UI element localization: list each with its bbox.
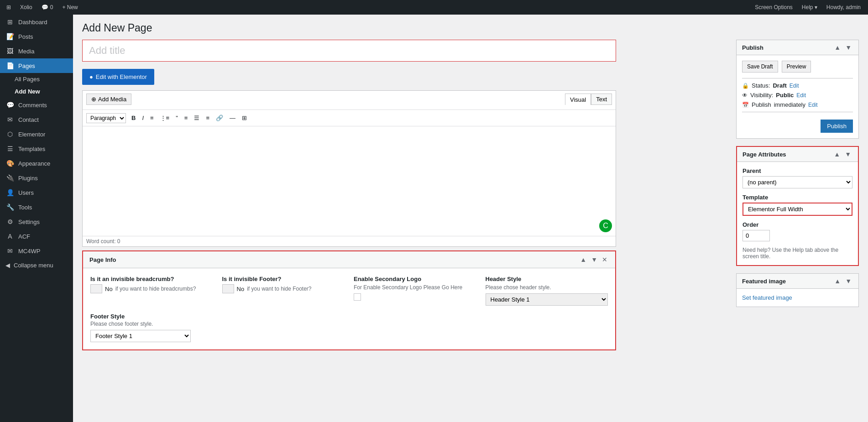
align-center-button[interactable]: ☰ [191, 113, 202, 123]
sidebar-subitem-all-pages[interactable]: All Pages [0, 73, 73, 85]
sidebar-item-pages[interactable]: 📄 Pages [0, 58, 73, 73]
collapse-menu[interactable]: ◀ Collapse menu [0, 258, 73, 272]
sidebar-label-pages: Pages [18, 63, 35, 69]
attributes-expand-btn[interactable]: ▲ [832, 151, 842, 158]
page-info-expand-btn[interactable]: ▲ [579, 256, 588, 263]
publish-panel: Publish ▲ ▼ Save Draft Preview [736, 40, 859, 139]
divider-2 [742, 112, 853, 112]
fullscreen-button[interactable]: ⊞ [239, 113, 250, 123]
sidebar-item-appearance[interactable]: 🎨 Appearance [0, 156, 73, 171]
dashboard-icon: ⊞ [5, 18, 15, 26]
elementor-btn-icon: ● [89, 73, 93, 80]
template-select[interactable]: Elementor Full Width [743, 203, 852, 216]
sidebar-item-users[interactable]: 👤 Users [0, 185, 73, 200]
collapse-icon: ◀ [5, 262, 10, 269]
sidebar-item-elementor[interactable]: ⬡ Elementor [0, 127, 73, 141]
add-media-row: ⊕ Add Media Visual Text [83, 91, 616, 110]
page-info-close-btn[interactable]: ✕ [601, 256, 609, 263]
new-item[interactable]: + New [59, 0, 80, 15]
breadcrumb-toggle[interactable] [90, 284, 102, 293]
footer-toggle[interactable] [222, 284, 234, 293]
site-name[interactable]: Xolio [17, 0, 35, 15]
page-info-collapse-btn[interactable]: ▼ [590, 256, 599, 263]
sidebar-item-tools[interactable]: 🔧 Tools [0, 200, 73, 214]
set-featured-image-link[interactable]: Set featured image [742, 294, 792, 301]
visual-tab[interactable]: Visual [565, 94, 591, 105]
attributes-collapse-btn[interactable]: ▼ [843, 151, 852, 158]
sidebar-item-dashboard[interactable]: ⊞ Dashboard [0, 15, 73, 29]
align-left-button[interactable]: ≡ [182, 113, 191, 123]
page-heading: Add New Page [82, 22, 859, 34]
featured-image-collapse-btn[interactable]: ▼ [844, 277, 853, 285]
sidebar-label-tools: Tools [18, 204, 32, 211]
text-tab[interactable]: Text [591, 94, 612, 105]
sidebar-item-comments[interactable]: 💬 Comments [0, 98, 73, 112]
ordered-list-button[interactable]: ⋮≡ [157, 113, 173, 123]
sidebar-label-templates: Templates [18, 146, 45, 152]
save-draft-button[interactable]: Save Draft [742, 61, 778, 73]
editor-area[interactable]: C [83, 126, 616, 236]
sidebar-label-contact: Contact [18, 116, 39, 123]
users-icon: 👤 [5, 189, 15, 196]
sidebar-subitem-add-new[interactable]: Add New [0, 85, 73, 98]
publish-expand-btn[interactable]: ▲ [833, 44, 842, 51]
sidebar-item-mc4wp[interactable]: ✉ MC4WP [0, 244, 73, 258]
publish-button[interactable]: Publish [821, 120, 853, 133]
breadcrumb-toggle-row: No if you want to hide breadcrumbs? [90, 284, 213, 293]
publish-collapse-btn[interactable]: ▼ [844, 44, 853, 51]
format-select[interactable]: Paragraph [86, 113, 126, 123]
sidebar-item-contact[interactable]: ✉ Contact [0, 112, 73, 127]
sidebar-label-comments: Comments [18, 102, 47, 109]
add-media-button[interactable]: ⊕ Add Media [86, 94, 131, 105]
featured-image-expand-btn[interactable]: ▲ [833, 277, 842, 285]
divider-1 [742, 78, 853, 78]
link-button[interactable]: 🔗 [213, 113, 226, 123]
visibility-edit-link[interactable]: Edit [796, 92, 806, 99]
footer-toggle-row: No if you want to hide Footer? [222, 284, 345, 293]
title-input[interactable] [82, 40, 616, 62]
parent-field: Parent (no parent) [743, 167, 852, 188]
sidebar-item-plugins[interactable]: 🔌 Plugins [0, 171, 73, 185]
sidebar-label-mc4wp: MC4WP [18, 248, 40, 255]
preview-button[interactable]: Preview [782, 61, 811, 73]
order-field: Order [743, 221, 852, 241]
secondary-logo-checkbox[interactable] [354, 293, 361, 301]
screen-options-top[interactable]: Screen Options [751, 4, 796, 10]
align-right-button[interactable]: ≡ [203, 113, 212, 123]
more-button[interactable]: — [227, 113, 238, 123]
wp-logo[interactable]: ⊞ [4, 0, 14, 15]
footer-toggle-field: Is it invisible Footer? No if you want t… [222, 276, 345, 306]
sidebar-item-posts[interactable]: 📝 Posts [0, 29, 73, 44]
sidebar-item-media[interactable]: 🖼 Media [0, 44, 73, 58]
content-area: ● Edit with Elementor ⊕ Add Media Visual [82, 40, 859, 358]
page-attributes-panel: Page Attributes ▲ ▼ Parent (no parent) [736, 146, 859, 266]
elementor-editor-icon[interactable]: C [599, 219, 612, 232]
publish-date-edit-link[interactable]: Edit [808, 102, 818, 108]
unordered-list-button[interactable]: ≡ [147, 113, 157, 123]
italic-button[interactable]: I [139, 113, 146, 123]
sidebar-label-plugins: Plugins [18, 175, 38, 182]
sidebar-label-settings: Settings [18, 219, 40, 225]
header-style-hint: Please chose header style. [486, 284, 608, 291]
order-input[interactable] [743, 230, 770, 241]
status-edit-link[interactable]: Edit [790, 83, 799, 89]
page-attributes-header: Page Attributes ▲ ▼ [737, 147, 858, 162]
bold-button[interactable]: B [129, 113, 138, 123]
comments-nav-icon: 💬 [5, 101, 15, 109]
publish-date-value: immediately [774, 101, 805, 108]
blockquote-button[interactable]: " [173, 113, 181, 123]
comments-icon[interactable]: 💬 0 [39, 0, 56, 15]
header-style-select[interactable]: Header Style 1 [486, 293, 608, 306]
sidebar-item-templates[interactable]: ☰ Templates [0, 141, 73, 156]
footer-style-select[interactable]: Footer Style 1 [90, 330, 191, 342]
publish-header-actions: ▲ ▼ [833, 44, 853, 51]
publish-date-icon: 📅 [742, 102, 749, 108]
sidebar-item-acf[interactable]: A ACF [0, 229, 73, 244]
help-top[interactable]: Help ▾ [798, 4, 821, 10]
parent-select[interactable]: (no parent) [743, 176, 852, 188]
edit-with-elementor-button[interactable]: ● Edit with Elementor [82, 69, 154, 85]
word-count: Word count: 0 [83, 236, 616, 246]
content-right: Publish ▲ ▼ Save Draft Preview [729, 40, 859, 358]
sidebar-item-settings[interactable]: ⚙ Settings [0, 214, 73, 229]
publish-actions: Save Draft Preview [742, 61, 853, 73]
